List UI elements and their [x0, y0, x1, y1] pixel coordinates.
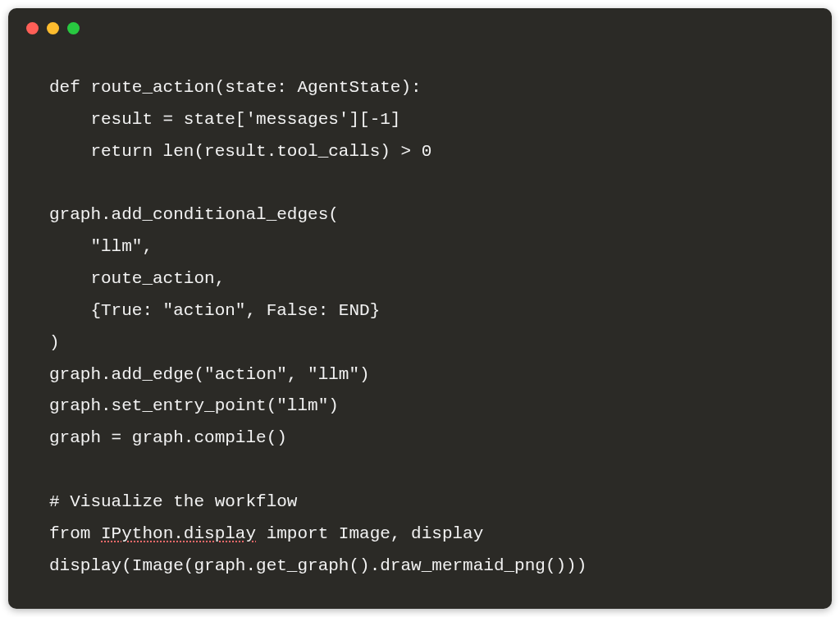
- code-block: def route_action(state: AgentState): res…: [49, 72, 791, 583]
- code-window: def route_action(state: AgentState): res…: [8, 8, 832, 609]
- code-area: def route_action(state: AgentState): res…: [8, 48, 832, 607]
- minimize-icon[interactable]: [47, 22, 59, 34]
- maximize-icon[interactable]: [67, 22, 80, 34]
- close-icon[interactable]: [26, 22, 39, 34]
- window-titlebar: [8, 8, 832, 48]
- lint-squiggle: IPython.display: [101, 524, 256, 543]
